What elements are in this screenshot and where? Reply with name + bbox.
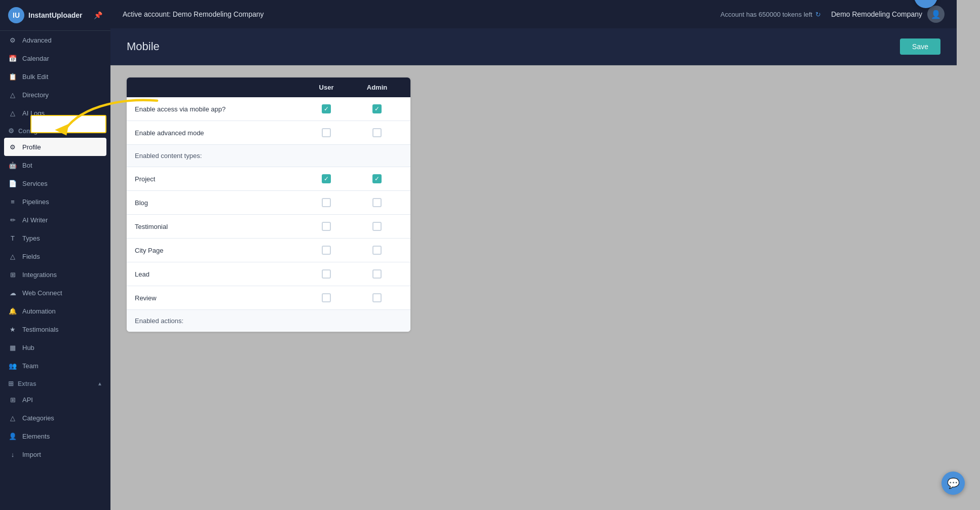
chat-bubble-button[interactable]: 💬 xyxy=(941,472,965,495)
checkbox[interactable]: ✓ xyxy=(322,104,331,113)
sidebar-item-integrations[interactable]: ⊞ Integrations xyxy=(0,265,110,284)
admin-checkbox-blog[interactable] xyxy=(352,198,402,207)
sidebar-item-label: AI Writer xyxy=(22,216,48,224)
checkbox[interactable] xyxy=(322,222,331,231)
checkbox[interactable] xyxy=(372,128,382,137)
sidebar-item-elements[interactable]: 👤 Elements xyxy=(0,427,110,445)
sidebar-item-team[interactable]: 👥 Team xyxy=(0,357,110,375)
sidebar-header: IU InstantUploader 📌 xyxy=(0,0,110,31)
admin-checkbox-enable-access[interactable]: ✓ xyxy=(352,104,402,113)
sidebar-item-label: Integrations xyxy=(22,271,57,279)
integrations-icon: ⊞ xyxy=(8,270,17,279)
account-name: Demo Remodeling Company xyxy=(831,10,922,18)
sidebar-item-automation[interactable]: 🔔 Automation xyxy=(0,302,110,320)
admin-checkbox-advanced-mode[interactable] xyxy=(352,128,402,137)
checkbox[interactable]: ✓ xyxy=(372,104,382,113)
extras-icon: ⊞ xyxy=(8,380,14,387)
admin-checkbox-testimonial[interactable] xyxy=(352,222,402,231)
table-row: Enable access via mobile app? ✓ ✓ xyxy=(127,97,410,121)
table-row: Testimonial xyxy=(127,215,410,239)
table-row-section: Enabled actions: xyxy=(127,310,410,332)
mobile-table: User Admin Enable access via mobile app?… xyxy=(127,77,410,332)
config-icon: ⚙ xyxy=(8,127,14,135)
sidebar-item-label: Web Connect xyxy=(22,289,62,297)
sidebar-item-api[interactable]: ⊞ API xyxy=(0,390,110,409)
checkbox[interactable]: ✓ xyxy=(322,174,331,183)
checkbox[interactable] xyxy=(372,198,382,207)
calendar-icon: 📅 xyxy=(8,54,17,63)
sidebar-item-ai-writer[interactable]: ✏ AI Writer xyxy=(0,211,110,229)
col-header-user: User xyxy=(301,84,352,91)
categories-icon: △ xyxy=(8,413,17,422)
sidebar-item-label: Bulk Edit xyxy=(22,73,48,81)
sidebar-item-types[interactable]: T Types xyxy=(0,229,110,247)
sidebar-item-hub[interactable]: ▦ Hub xyxy=(0,338,110,357)
sidebar-item-label: API xyxy=(22,396,33,404)
table-header: User Admin xyxy=(127,77,410,97)
tokens-label: Account has 650000 tokens left xyxy=(721,11,812,18)
page-header: Mobile Save xyxy=(110,28,957,65)
user-checkbox-enable-access[interactable]: ✓ xyxy=(301,104,352,113)
sidebar-item-services[interactable]: 📄 Services xyxy=(0,174,110,192)
section-header-label: Enabled content types: xyxy=(135,152,301,160)
checkbox[interactable] xyxy=(322,246,331,255)
automation-icon: 🔔 xyxy=(8,306,17,316)
user-checkbox-lead[interactable] xyxy=(301,269,352,279)
sidebar-item-label: Categories xyxy=(22,414,54,422)
app-logo: IU xyxy=(8,7,24,23)
sidebar-item-testimonials[interactable]: ★ Testimonials xyxy=(0,320,110,338)
row-label: Enable access via mobile app? xyxy=(135,105,301,113)
save-button[interactable]: Save xyxy=(900,38,940,55)
config-section[interactable]: ⚙ Config ▲ xyxy=(0,122,110,138)
fields-icon: △ xyxy=(8,252,17,261)
checkbox[interactable] xyxy=(372,269,382,279)
testimonials-icon: ★ xyxy=(8,325,17,334)
user-checkbox-testimonial[interactable] xyxy=(301,222,352,231)
sidebar-item-advanced[interactable]: ⚙ Advanced xyxy=(0,31,110,49)
user-checkbox-advanced-mode[interactable] xyxy=(301,128,352,137)
admin-checkbox-lead[interactable] xyxy=(352,269,402,279)
sidebar-item-bot[interactable]: 🤖 Bot xyxy=(0,156,110,174)
admin-checkbox-project[interactable]: ✓ xyxy=(352,174,402,183)
sidebar-item-profile[interactable]: ⚙ Profile xyxy=(4,138,106,156)
checkbox[interactable] xyxy=(372,293,382,302)
sidebar-item-bulk-edit[interactable]: 📋 Bulk Edit xyxy=(0,67,110,86)
sidebar-item-categories[interactable]: △ Categories xyxy=(0,409,110,427)
checkbox[interactable] xyxy=(322,269,331,279)
row-label: City Page xyxy=(135,247,301,254)
user-checkbox-city-page[interactable] xyxy=(301,246,352,255)
sidebar-item-calendar[interactable]: 📅 Calendar xyxy=(0,49,110,67)
active-account-label: Active account: Demo Remodeling Company xyxy=(123,10,264,18)
admin-checkbox-review[interactable] xyxy=(352,293,402,302)
import-icon: ↓ xyxy=(8,450,17,459)
ai-writer-icon: ✏ xyxy=(8,215,17,224)
services-icon: 📄 xyxy=(8,179,17,188)
admin-checkbox-city-page[interactable] xyxy=(352,246,402,255)
sidebar-item-pipelines[interactable]: ≡ Pipelines xyxy=(0,192,110,211)
user-checkbox-project[interactable]: ✓ xyxy=(301,174,352,183)
sidebar-item-label: Elements xyxy=(22,433,50,440)
pipelines-icon: ≡ xyxy=(8,197,17,206)
user-checkbox-review[interactable] xyxy=(301,293,352,302)
pin-icon[interactable]: 📌 xyxy=(94,11,102,19)
extras-section[interactable]: ⊞ Extras ▲ xyxy=(0,375,110,390)
topbar: Active account: Demo Remodeling Company … xyxy=(110,0,957,28)
sidebar-item-label: AI Logs xyxy=(22,109,45,117)
checkbox[interactable] xyxy=(372,222,382,231)
sidebar-item-fields[interactable]: △ Fields xyxy=(0,247,110,265)
tokens-info: Account has 650000 tokens left ↻ xyxy=(721,11,821,18)
refresh-icon[interactable]: ↻ xyxy=(815,11,821,18)
sidebar-item-label: Services xyxy=(22,180,48,187)
sidebar-item-directory[interactable]: △ Directory xyxy=(0,86,110,104)
sidebar: IU InstantUploader 📌 ⚙ Advanced 📅 Calend… xyxy=(0,0,110,510)
sidebar-item-web-connect[interactable]: ☁ Web Connect xyxy=(0,284,110,302)
checkbox[interactable] xyxy=(322,128,331,137)
user-checkbox-blog[interactable] xyxy=(301,198,352,207)
checkbox[interactable] xyxy=(322,293,331,302)
sidebar-item-label: Hub xyxy=(22,344,34,351)
checkbox[interactable] xyxy=(372,246,382,255)
sidebar-item-import[interactable]: ↓ Import xyxy=(0,445,110,463)
checkbox[interactable] xyxy=(322,198,331,207)
checkbox[interactable]: ✓ xyxy=(372,174,382,183)
sidebar-item-ai-logs[interactable]: △ AI Logs xyxy=(0,104,110,122)
